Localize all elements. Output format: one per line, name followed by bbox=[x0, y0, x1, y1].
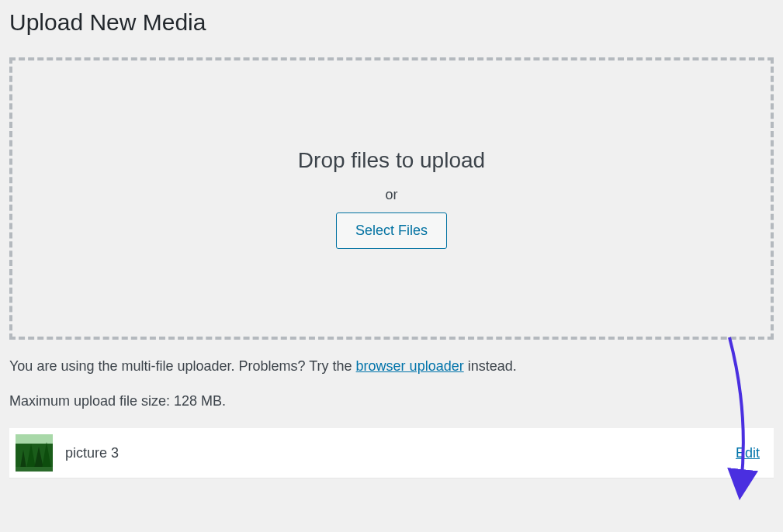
svg-rect-6 bbox=[16, 467, 53, 472]
edit-media-link[interactable]: Edit bbox=[736, 445, 760, 461]
uploader-info-suffix: instead. bbox=[464, 358, 517, 374]
dropzone-or-label: or bbox=[385, 187, 397, 203]
dropzone-drop-label: Drop files to upload bbox=[298, 148, 485, 173]
media-item-row: picture 3 Edit bbox=[9, 428, 774, 478]
select-files-button[interactable]: Select Files bbox=[336, 212, 447, 249]
uploader-info-text: You are using the multi-file uploader. P… bbox=[9, 358, 774, 375]
browser-uploader-link[interactable]: browser uploader bbox=[356, 358, 464, 374]
page-title: Upload New Media bbox=[9, 9, 774, 36]
max-upload-size: Maximum upload file size: 128 MB. bbox=[9, 393, 774, 409]
media-item-title: picture 3 bbox=[65, 445, 736, 461]
uploader-info-prefix: You are using the multi-file uploader. P… bbox=[9, 358, 356, 374]
svg-rect-0 bbox=[16, 434, 53, 444]
upload-dropzone[interactable]: Drop files to upload or Select Files bbox=[9, 57, 774, 340]
media-thumbnail bbox=[16, 434, 53, 472]
forest-thumbnail-icon bbox=[16, 434, 53, 472]
